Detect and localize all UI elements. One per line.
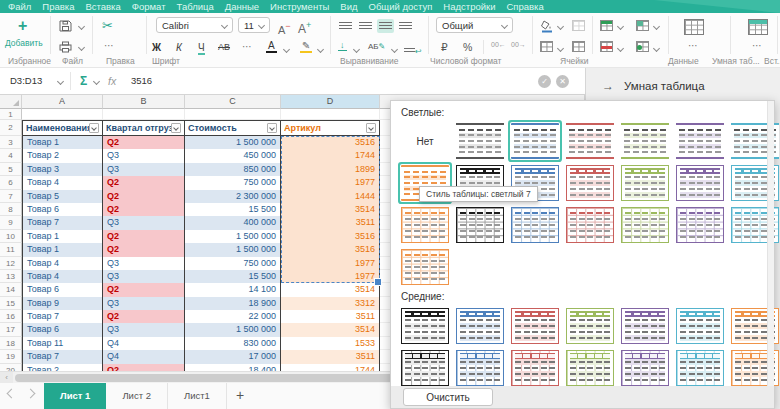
row-header-1[interactable]: 1 [0,109,22,120]
row-header-7[interactable]: 7 [0,190,22,203]
table-style-light-blue-grid[interactable] [511,207,559,243]
cell-C5[interactable]: 850 000 [185,163,281,176]
cell-A4[interactable]: Товар 2 [22,149,103,162]
cell-D19[interactable]: 3511 [281,350,380,363]
cell-A15[interactable]: Товар 9 [22,297,103,310]
menu-item-10[interactable]: Надстройки [443,0,495,13]
cell-B5[interactable]: Q3 [103,163,185,176]
fill-color-dropdown[interactable] [557,23,564,30]
cell-D4[interactable]: 1744 [281,149,380,162]
table-style-light-red-header[interactable] [566,165,614,201]
menu-item-9[interactable]: Общий доступ [369,0,433,13]
text-rotation-dropdown[interactable] [391,46,398,53]
filter-button-B[interactable] [171,123,181,133]
table-style-medium-green-medium1[interactable] [566,308,614,344]
row-header-3[interactable]: 3 [0,136,22,149]
name-box[interactable]: D3:D13 [10,68,42,94]
cell-A17[interactable]: Товар 6 [22,323,103,336]
add-button[interactable]: Добавить [5,38,43,48]
table-style-light-purple-header[interactable] [676,165,724,201]
cell-A6[interactable]: Товар 4 [22,176,103,189]
cell-D13[interactable]: 1977 [281,270,380,283]
cell-A7[interactable]: Товар 5 [22,190,103,203]
cell-D3[interactable]: 3516 [281,136,380,149]
cell-C10[interactable]: 1 500 000 [185,230,281,243]
cell-D9[interactable]: 3511 [281,216,380,229]
data-more-button[interactable]: ⋯ [688,40,698,51]
cell-C13[interactable]: 15 500 [185,270,281,283]
menu-item-6[interactable]: Данные [225,0,259,13]
row-header-12[interactable]: 12 [0,257,22,270]
cell-B18[interactable]: Q4 [103,337,185,350]
table-style-light-blue-lines[interactable] [511,123,559,159]
number-format-select[interactable]: Общий [436,17,513,33]
sheet-tab-1[interactable]: Лист 1 [44,383,106,409]
highlight-color-dropdown[interactable] [317,46,324,53]
table-style-medium-blue-medium1[interactable] [456,308,504,344]
cell-B4[interactable]: Q3 [103,149,185,162]
menu-item-11[interactable]: Справка [506,0,543,13]
cell-B6[interactable]: Q2 [103,176,185,189]
cell-C1[interactable] [185,109,281,120]
cell-A20[interactable]: Товар 2 [22,364,103,371]
row-header-19[interactable]: 19 [0,350,22,363]
cell-D11[interactable]: 3516 [281,243,380,256]
cell-C11[interactable]: 1 500 000 [185,243,281,256]
menu-item-8[interactable]: Вид [340,0,357,13]
font-name-select[interactable]: Calibri [156,17,233,33]
cell-B1[interactable] [103,109,185,120]
cell-C18[interactable]: 830 000 [185,337,281,350]
cell-C4[interactable]: 450 000 [185,149,281,162]
save-button[interactable] [56,19,74,33]
currency-format-button[interactable]: ₽ [441,41,448,53]
table-style-medium-green-medium2[interactable] [566,350,614,386]
row-header-10[interactable]: 10 [0,230,22,243]
row-header-14[interactable]: 14 [0,283,22,296]
table-header-D[interactable]: Артикул [281,120,380,136]
font-color-button[interactable]: А [266,40,277,53]
table-style-medium-black-medium2[interactable] [401,350,449,386]
formula-input[interactable]: 3516 [131,68,152,94]
cell-A12[interactable]: Товар 4 [22,257,103,270]
vertical-align-dropdown[interactable] [353,46,360,53]
cell-A11[interactable]: Товар 1 [22,243,103,256]
decrease-font-button[interactable]: A− [278,21,291,36]
insert-column-dropdown[interactable] [653,45,660,52]
vertical-align-button[interactable]: ↓ [338,40,347,51]
menu-item-4[interactable]: Формат [132,0,166,13]
cell-C20[interactable]: 18 400 [185,364,281,371]
prev-sheet-button[interactable] [8,390,16,398]
merge-cells-icon[interactable] [572,20,585,31]
cell-A3[interactable]: Товар 1 [22,136,103,149]
cell-C3[interactable]: 1 500 000 [185,136,281,149]
column-header-C[interactable]: C [185,94,281,109]
table-style-medium-cyan-medium1[interactable] [676,308,724,344]
row-header-6[interactable]: 6 [0,176,22,189]
filter-button-A[interactable] [89,123,99,133]
text-rotation-button[interactable]: АБ✎ [368,42,385,51]
table-style-medium-black-medium1[interactable] [401,308,449,344]
column-header-D[interactable]: D [281,94,380,109]
fill-color-button[interactable] [540,19,554,37]
table-style-medium-purple-medium1[interactable] [621,308,669,344]
smart-table-icon[interactable] [748,19,768,35]
cell-D16[interactable]: 3511 [281,310,380,323]
row-header-5[interactable]: 5 [0,163,22,176]
table-style-light-purple-lines[interactable] [676,123,724,159]
row-header-17[interactable]: 17 [0,323,22,336]
percent-format-button[interactable]: % [463,41,472,53]
table-style-medium-blue-medium2[interactable] [456,350,504,386]
cell-C16[interactable]: 22 000 [185,310,281,323]
autofit-icon[interactable] [572,41,585,52]
cell-D17[interactable]: 3514 [281,323,380,336]
cell-A8[interactable]: Товар 6 [22,203,103,216]
cell-D18[interactable]: 1533 [281,337,380,350]
print-dropdown[interactable] [78,44,85,51]
column-header-A[interactable]: A [22,94,103,109]
cell-D5[interactable]: 1899 [281,163,380,176]
menu-item-3[interactable]: Вставка [85,0,120,13]
align-center-button[interactable] [357,19,374,33]
sheet-tab-3[interactable]: Лист1 [168,383,227,409]
underline-button[interactable]: Ч [198,42,205,55]
row-header-20[interactable]: 20 [0,364,22,371]
